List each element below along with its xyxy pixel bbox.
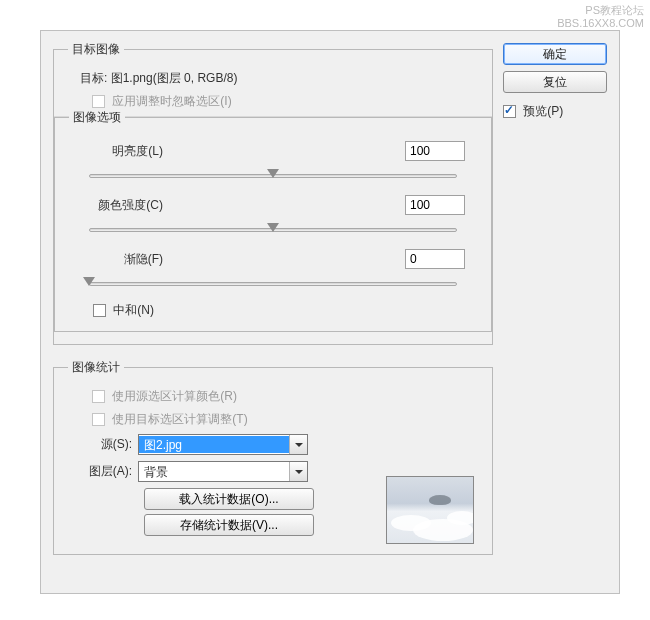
load-stats-button[interactable]: 载入统计数据(O)...	[144, 488, 314, 510]
luminance-thumb[interactable]	[267, 169, 279, 178]
use-target-sel-label: 使用目标选区计算调整(T)	[112, 412, 247, 426]
luminance-slider[interactable]	[89, 170, 457, 184]
group-image-options: 图像选项 明亮度(L) 颜色强度(C)	[54, 109, 492, 332]
layer-combo[interactable]: 背景	[138, 461, 308, 482]
reset-button[interactable]: 复位	[503, 71, 607, 93]
ignore-selection-label: 应用调整时忽略选区(I)	[112, 94, 231, 108]
source-value: 图2.jpg	[139, 436, 289, 453]
watermark: PS教程论坛 BBS.16XX8.COM	[557, 4, 644, 30]
layer-value: 背景	[139, 463, 289, 480]
group-target-image: 目标图像 目标: 图1.png(图层 0, RGB/8) 应用调整时忽略选区(I…	[53, 41, 493, 345]
legend-image-options: 图像选项	[69, 109, 125, 126]
color-intensity-thumb[interactable]	[267, 223, 279, 232]
layer-label: 图层(A):	[68, 463, 138, 480]
group-image-stats: 图像统计 使用源选区计算颜色(R) 使用目标选区计算调整(T) 源(S): 图2…	[53, 359, 493, 555]
chevron-down-icon[interactable]	[289, 435, 307, 454]
luminance-label: 明亮度(L)	[69, 143, 169, 160]
ok-button[interactable]: 确定	[503, 43, 607, 65]
fade-label: 渐隐(F)	[69, 251, 169, 268]
neutralize-row: 中和(N)	[93, 302, 477, 319]
use-target-sel-row: 使用目标选区计算调整(T)	[92, 411, 478, 428]
target-value: 图1.png(图层 0, RGB/8)	[111, 71, 238, 85]
preview-checkbox[interactable]	[503, 105, 516, 118]
fade-input[interactable]	[405, 249, 465, 269]
fade-thumb[interactable]	[83, 277, 95, 286]
use-target-sel-checkbox	[92, 413, 105, 426]
use-source-sel-label: 使用源选区计算颜色(R)	[112, 389, 237, 403]
color-intensity-slider[interactable]	[89, 224, 457, 238]
chevron-down-icon[interactable]	[289, 462, 307, 481]
color-intensity-input[interactable]	[405, 195, 465, 215]
preview-row: 预览(P)	[503, 103, 607, 120]
neutralize-label: 中和(N)	[113, 303, 154, 317]
source-thumbnail	[386, 476, 474, 544]
ignore-selection-checkbox	[92, 95, 105, 108]
source-label: 源(S):	[68, 436, 138, 453]
luminance-input[interactable]	[405, 141, 465, 161]
use-source-sel-row: 使用源选区计算颜色(R)	[92, 388, 478, 405]
ignore-selection-row: 应用调整时忽略选区(I)	[92, 93, 478, 110]
use-source-sel-checkbox	[92, 390, 105, 403]
source-combo[interactable]: 图2.jpg	[138, 434, 308, 455]
target-label: 目标:	[80, 71, 107, 85]
legend-target-image: 目标图像	[68, 41, 124, 58]
legend-image-stats: 图像统计	[68, 359, 124, 376]
preview-label: 预览(P)	[523, 104, 563, 118]
neutralize-checkbox[interactable]	[93, 304, 106, 317]
fade-slider[interactable]	[89, 278, 457, 292]
target-row: 目标: 图1.png(图层 0, RGB/8)	[80, 70, 478, 87]
save-stats-button[interactable]: 存储统计数据(V)...	[144, 514, 314, 536]
color-intensity-label: 颜色强度(C)	[69, 197, 169, 214]
match-color-dialog: 目标图像 目标: 图1.png(图层 0, RGB/8) 应用调整时忽略选区(I…	[40, 30, 620, 594]
